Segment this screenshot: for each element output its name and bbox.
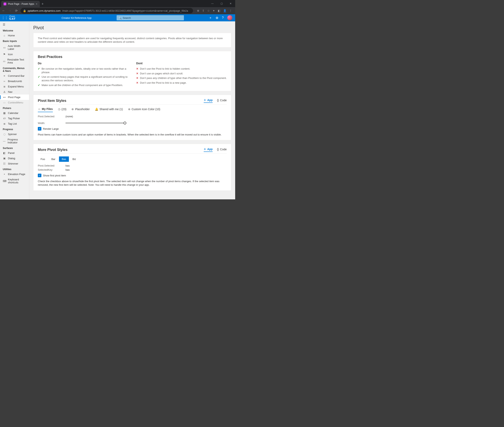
sidebar-item-command-bar[interactable]: ≡Command Bar: [0, 73, 29, 78]
toggle-app-2[interactable]: ✧App: [204, 148, 213, 152]
lock-icon: 🔒: [23, 9, 26, 12]
sidebar-item-context-menu[interactable]: ▭ContextMenu: [0, 100, 29, 105]
pivot-selected-label: Pivot.Selected:: [38, 115, 58, 118]
dont-column: Dont ✕Don’t use the Pivot to link to hid…: [136, 62, 227, 87]
zoom-icon[interactable]: ⊕: [197, 9, 199, 12]
pivot-item[interactable]: ⊕Custom Icon Color (10): [128, 107, 160, 112]
pivot2-item[interactable]: Bas: [59, 156, 69, 162]
forward-icon[interactable]: →: [8, 9, 12, 12]
app-code-toggle: ✧App {}Code: [204, 99, 227, 103]
profile-icon[interactable]: 👤: [223, 9, 227, 12]
search-placeholder: Search: [123, 16, 131, 19]
pivot-item-icon: ☺: [38, 107, 40, 111]
search-icon: 🔍: [118, 16, 122, 19]
width-slider[interactable]: [65, 122, 125, 125]
section1-note: Pivot Items can have custom icons and an…: [38, 133, 227, 137]
reload-icon[interactable]: ⟳: [14, 9, 18, 13]
sidebar-item-panel[interactable]: ◧Panel: [0, 150, 29, 156]
pivot2-item[interactable]: Foo: [38, 156, 48, 162]
sidebar-item-pivot-page[interactable]: ⊷Pivot Page: [0, 95, 29, 100]
sidebar-item-progress-indicator[interactable]: —Progress Indicator: [0, 137, 29, 145]
avatar[interactable]: [227, 15, 232, 20]
show-first-checkbox[interactable]: ✓: [38, 174, 41, 177]
panel-icon[interactable]: ◧: [218, 9, 220, 12]
share-icon[interactable]: ⇪: [202, 9, 205, 12]
window-controls: — ▢ ✕: [208, 0, 235, 7]
pivot-strip: ☺My Files◷(23)⊕Placeholder🔔Shared with m…: [38, 107, 227, 112]
browser-tab[interactable]: Pivot Page - Power Apps ×: [1, 1, 40, 7]
bookmark-icon[interactable]: ☆: [207, 9, 210, 12]
toggle-app[interactable]: ✧App: [204, 99, 213, 103]
tag-icon: 🏷: [3, 117, 6, 120]
render-large-label: Render Large: [43, 127, 59, 130]
add-icon[interactable]: ＋: [209, 16, 212, 20]
page-title: Pivot: [33, 25, 231, 30]
pivot-selected-value: (none): [65, 115, 73, 118]
do-item: ✓Make sure all the children of the Pivot…: [38, 83, 128, 88]
sidebar-item-dialog[interactable]: ▣Dialog: [0, 156, 29, 161]
pivot2-selected-label: Pivot.Selected:: [38, 164, 58, 167]
browser-window: Pivot Page - Power Apps × + — ▢ ✕ ← → ⟳ …: [0, 0, 235, 199]
pivot-item[interactable]: ☺My Files: [38, 107, 53, 112]
help-icon[interactable]: ?: [222, 16, 224, 20]
sidebar-item-calendar[interactable]: ▦Calendar: [0, 110, 29, 116]
sidebar-group-basic-inputs: Basic Inputs: [0, 38, 29, 43]
sidebar-item-breadcrumb[interactable]: ››Breadcrumb: [0, 78, 29, 84]
hamburger-icon[interactable]: ☰: [0, 21, 29, 28]
sidebar-item-shimmer[interactable]: ☷Shimmer: [0, 161, 29, 166]
progress-icon: —: [3, 140, 6, 143]
pivot2-item[interactable]: Biz: [70, 156, 79, 162]
dialog-icon: ▣: [3, 157, 6, 160]
url-path: /main.aspx?appid=0769f571-3013-ed11-b83d…: [62, 9, 188, 12]
app-launcher-icon[interactable]: ⋮⋮⋮: [2, 16, 6, 20]
tab-bar: Pivot Page - Power Apps × + — ▢ ✕: [0, 0, 235, 7]
sidebar-item-home[interactable]: ⌂Home: [0, 33, 29, 38]
pivot-item[interactable]: 🔔Shared with me (1): [95, 107, 123, 112]
render-large-checkbox[interactable]: ✓: [38, 127, 41, 130]
pivot2-item[interactable]: Bar: [48, 156, 58, 162]
tab-title: Pivot Page - Power Apps: [8, 3, 34, 5]
sidebar-item-auto-width-label[interactable]: ▭Auto Width Label: [0, 43, 29, 52]
url-field[interactable]: 🔒 pplatform.crm.dynamics.com/main.aspx?a…: [21, 8, 193, 14]
intro-text: The Pivot control and related tabs patte…: [38, 37, 227, 44]
pivot-item[interactable]: ◷(23): [58, 107, 67, 112]
back-icon[interactable]: ←: [2, 9, 6, 12]
x-icon: ✕: [136, 76, 138, 80]
window-maximize-icon[interactable]: ▢: [217, 0, 226, 7]
sidebar-group-surfaces: Surfaces: [0, 145, 29, 150]
sidebar-item-spinner[interactable]: ◌Spinner: [0, 131, 29, 137]
dont-heading: Dont: [136, 62, 227, 65]
extension-icon[interactable]: ✦: [213, 9, 215, 12]
slider-thumb[interactable]: [124, 122, 126, 124]
sidebar-item-keyboard-shortcuts[interactable]: ⌨Keyboard shortcuts: [0, 177, 29, 185]
sidebar-item-expand-menu[interactable]: ≣Expand Menu: [0, 84, 29, 89]
sidebar-item-nav[interactable]: ᐃNav: [0, 89, 29, 95]
x-icon: ✕: [136, 72, 138, 75]
check-icon: ✓: [38, 84, 40, 87]
new-tab-button[interactable]: +: [40, 1, 45, 7]
pivot2-selected-value: bas: [65, 164, 70, 167]
sidebar-item-resizable-text-area[interactable]: ▭Resizable Text Area: [0, 57, 29, 65]
pivot-icon: ⊷: [3, 96, 6, 99]
pivot-strip-2: FooBarBasBiz: [38, 156, 227, 162]
code-icon-2: {}: [217, 148, 219, 151]
pivot-item-label: Shared with me (1): [99, 107, 123, 111]
toggle-code[interactable]: {}Code: [217, 99, 227, 103]
workspace: ☰ Welcome ⌂Home Basic Inputs ▭Auto Width…: [0, 21, 235, 199]
tab-close-icon[interactable]: ×: [36, 2, 37, 6]
sidebar-item-elevation-page[interactable]: ▪Elevation Page: [0, 171, 29, 177]
sidebar-item-icon[interactable]: ⚑Icon: [0, 52, 29, 57]
search-input[interactable]: 🔍 Search: [117, 15, 184, 20]
window-close-icon[interactable]: ✕: [226, 0, 235, 7]
pivot-item-icon: ⊕: [128, 107, 130, 111]
do-column: Do ✓Be concise on the navigation labels,…: [38, 62, 128, 87]
sidebar-item-tag-picker[interactable]: 🏷Tag Picker: [0, 116, 29, 121]
pivot-item-label: Placeholder: [75, 107, 90, 111]
sidebar-item-tag-list[interactable]: ≣Tag List: [0, 121, 29, 126]
settings-icon[interactable]: ⚙: [216, 16, 218, 20]
menu-icon[interactable]: ⋮: [229, 9, 232, 12]
toggle-code-2[interactable]: {}Code: [217, 148, 227, 152]
window-minimize-icon[interactable]: —: [208, 0, 217, 7]
pivot-item[interactable]: ⊕Placeholder: [71, 107, 90, 112]
app-title: Creator Kit Reference App: [62, 16, 92, 19]
